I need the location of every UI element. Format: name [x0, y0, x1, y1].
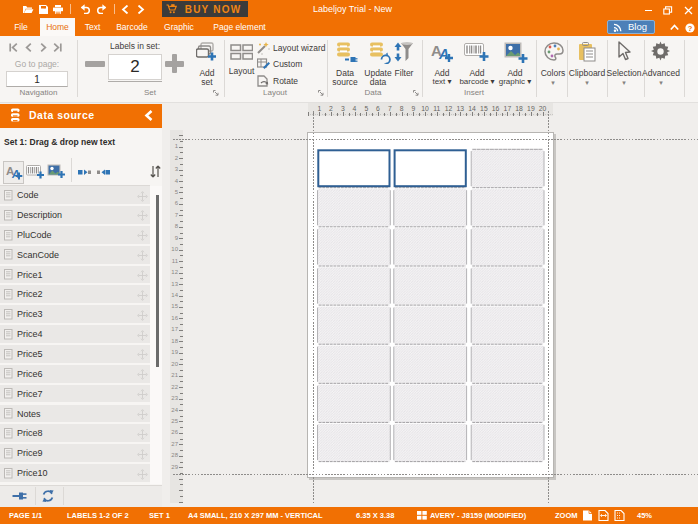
svg-text:A: A	[438, 46, 449, 62]
svg-text:?: ?	[687, 23, 692, 32]
